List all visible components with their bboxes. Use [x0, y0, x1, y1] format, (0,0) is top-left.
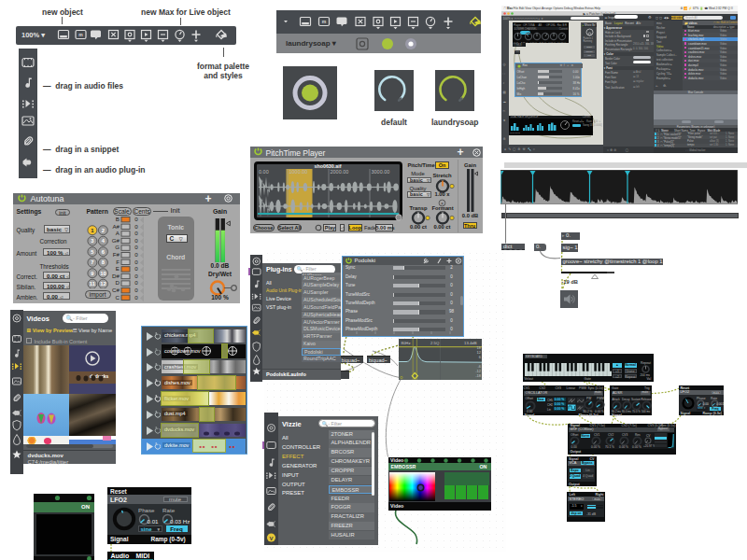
svg-text:0: 0 [134, 265, 138, 272]
svg-text:1000.00: 1000.00 [289, 169, 307, 175]
svg-text:A: A [116, 230, 120, 236]
svg-text:F#: F# [113, 251, 120, 258]
svg-text:0: 0 [134, 244, 138, 250]
svg-text:0: 0 [134, 223, 138, 230]
svg-text:0: 0 [134, 217, 138, 222]
svg-text:-18: -18 [475, 373, 482, 378]
svg-text:E: E [116, 265, 120, 272]
svg-text:12: 12 [100, 281, 106, 287]
svg-text:0: 0 [134, 230, 138, 236]
svg-text:0: 0 [134, 294, 138, 301]
svg-text:10: 10 [100, 270, 106, 275]
svg-text:C: C [116, 294, 120, 301]
svg-text:V: V [269, 536, 273, 541]
svg-text:0: 0 [134, 287, 138, 293]
svg-text:80Hz: 80Hz [401, 341, 410, 345]
svg-text:G#: G# [112, 237, 120, 244]
svg-text:2: 2 [101, 227, 104, 232]
svg-text:0: 0 [134, 279, 138, 286]
svg-text:0: 0 [134, 237, 138, 244]
svg-text:A#: A# [112, 223, 120, 230]
svg-text:D: D [116, 279, 120, 286]
svg-text:3000.00: 3000.00 [371, 169, 389, 175]
svg-text:0: 0 [134, 251, 138, 258]
svg-text:C#: C# [112, 287, 120, 293]
svg-text:F: F [116, 259, 120, 265]
svg-text:7: 7 [91, 259, 93, 265]
svg-text:G: G [115, 244, 120, 250]
svg-text:11: 11 [89, 281, 95, 287]
svg-text:D#: D# [112, 273, 120, 279]
svg-text:6: 6 [101, 248, 104, 254]
svg-text:0: 0 [134, 273, 138, 279]
svg-text:B: B [116, 217, 120, 222]
svg-text:2.5Q: 2.5Q [430, 341, 440, 345]
svg-text:9: 9 [91, 270, 93, 275]
svg-text:3: 3 [91, 238, 93, 244]
svg-text:0.00: 0.00 [259, 169, 269, 175]
svg-text:2000.00: 2000.00 [330, 169, 348, 175]
svg-text:0: 0 [134, 259, 138, 265]
svg-text:13.4dB: 13.4dB [464, 341, 477, 345]
